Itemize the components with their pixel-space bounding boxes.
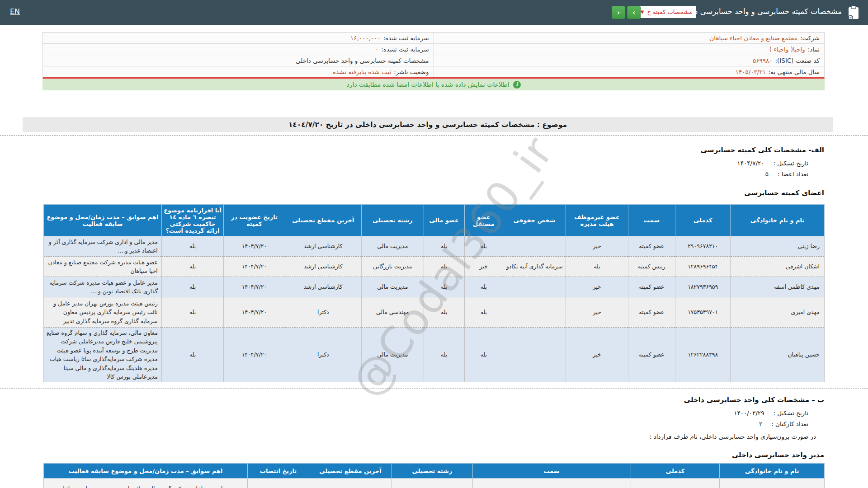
chevron-right-icon: ›: [632, 9, 635, 17]
col-header-degree: آخرین مقطع تحصیلی: [309, 464, 392, 479]
member-field: مدیریت بازرگانی: [362, 257, 424, 277]
member-independent: بله: [464, 328, 503, 382]
member-non-exec: خیر: [566, 277, 628, 297]
member-national-id: ۱۲۸۹۶۹۶۴۵۴: [675, 257, 731, 277]
col-header-position: سمت: [472, 464, 631, 479]
formation-date-value: ۱۴۰۴/۷/۲۰: [737, 160, 764, 167]
symbol-value: واحیا( واحیاء ): [769, 46, 805, 53]
internal-audit-manager-table: نام و نام خانوادگی کدملی سمت رشته تحصیلی…: [43, 463, 825, 488]
member-row: رضا زینی ۲۹۰۹۶۷۸۲۱۰ عضو کمیته خیر بله بل…: [44, 236, 825, 257]
member-position: عضو کمیته: [628, 236, 675, 257]
member-declaration: بله: [161, 328, 223, 382]
member-legal-entity: [503, 277, 566, 297]
info-row: کد صنعت (ISIC):۵۶۹۹۸۰ مشخصات کمیته حسابر…: [43, 55, 824, 66]
member-national-id: ۲۹۰۹۶۷۸۲۱۰: [675, 236, 731, 257]
members-count-value: ۵: [765, 170, 769, 178]
manager-position: [472, 479, 631, 488]
page-title: مشخصات کمیته حسابرسی و واحد حسابرسی داخل…: [679, 7, 842, 16]
manager-appointment-date: ۱۴۰۲/۱/۱: [248, 479, 309, 488]
col-header-independent: عضو مستقل: [464, 205, 503, 236]
member-membership-date: ۱۴۰۴/۷/۲۰: [224, 236, 285, 257]
member-name: رضا زینی: [731, 236, 825, 257]
page: EN مشخصات کمیته حسابرسی و واحد حسابرسی د…: [0, 0, 868, 488]
member-row: اشکان اشرفی ۱۲۸۹۶۹۶۴۵۴ رییس کمیته بله سر…: [44, 257, 825, 277]
member-legal-entity: [503, 328, 566, 382]
member-declaration: بله: [161, 236, 223, 257]
clipboard-icon: [847, 5, 860, 20]
report-type-dropdown-value: مشخصات کمیته ح: [647, 9, 692, 15]
dashed-separator: [0, 136, 868, 136]
staff-count-label: تعداد کارکنان :: [771, 420, 808, 427]
member-declaration: بله: [161, 297, 223, 328]
col-header-position: سمت: [628, 205, 675, 236]
manager-national-id: [631, 479, 720, 488]
info-row: شرکت:مجتمع صنایع و معادن احیاء سپاهان سر…: [43, 33, 824, 44]
language-en-link[interactable]: EN: [10, 7, 20, 16]
members-count: تعداد اعضا :۵: [765, 170, 808, 178]
manager-field: حسابداری: [392, 479, 473, 488]
col-header-legal-entity: شخص حقوقی: [503, 205, 566, 236]
member-name: مهدی امیری: [731, 297, 825, 328]
col-header-national-id: کدملی: [675, 205, 731, 236]
member-non-exec: خیر: [566, 297, 628, 328]
nav-next-button[interactable]: ›: [627, 6, 641, 19]
staff-count-value: ۲: [759, 420, 762, 427]
manager-row: حسابداری کارشناسی ارشد ۱۴۰۲/۱/۱ مدیر حسا…: [44, 479, 825, 488]
audit-committee-members-table: نام و نام خانوادگی کدملی سمت عضو غیرموظف…: [43, 204, 825, 382]
member-experience: مدیر مالی و اداری شرکت سرمایه گذاری آذر …: [44, 236, 162, 257]
member-non-exec: خیر: [566, 328, 628, 382]
member-legal-entity: [503, 297, 566, 328]
nav-prev-button[interactable]: ‹: [612, 6, 625, 19]
member-financial: بله: [424, 297, 464, 328]
report-name-label: مشخصات کمیته حسابرسی و واحد حسابرسی داخل…: [296, 57, 429, 64]
member-experience: عضو هیات مدیره شرکت مجتمع صنایع و معادن …: [44, 257, 162, 277]
member-independent: بله: [464, 297, 503, 328]
dashed-separator: [0, 389, 868, 389]
isic-value: ۵۶۹۹۸۰: [753, 57, 773, 64]
top-bar: EN مشخصات کمیته حسابرسی و واحد حسابرسی د…: [0, 0, 868, 25]
staff-count: تعداد کارکنان :۲: [759, 420, 808, 427]
section-b-title: ب – مشخصات کلی واحد حسابرسی داخلی: [684, 396, 824, 404]
member-legal-entity: سرمایه گذاری آتیه تکادو: [503, 257, 566, 277]
outsourcing-note: در صورت برون‌سپاری واحد حسابرسی داخلی، ن…: [650, 433, 816, 440]
member-field: مهندسی مالی: [362, 297, 424, 328]
signed-info-banner: i اطلاعات نمایش داده شده با اطلاعات امضا…: [42, 79, 825, 90]
info-icon: i: [513, 81, 521, 89]
members-table-title: اعضای کمیته حسابرسی: [744, 189, 824, 197]
member-position: رییس کمیته: [628, 257, 675, 277]
member-degree: کارشناسی ارشد: [285, 236, 361, 257]
members-count-label: تعداد اعضا :: [778, 170, 808, 178]
unit-formation-date-label: تاریخ تشکیل :: [773, 409, 808, 417]
col-header-appointment-date: تاریخ انتصاب: [248, 464, 309, 479]
member-declaration: بله: [161, 257, 223, 277]
member-legal-entity: [503, 236, 566, 257]
member-row: مهدی امیری ۱۷۵۳۵۴۹۷۰۱ عضو کمیته خیر بله …: [44, 297, 825, 328]
manager-table-title: مدیر واحد حسابرسی داخلی: [732, 451, 824, 459]
isic-label: کد صنعت (ISIC):: [775, 57, 820, 64]
member-position: عضو کمیته: [628, 297, 675, 328]
unregistered-capital-label: سرمایه ثبت نشده:: [381, 46, 429, 53]
col-header-membership-date: تاریخ عضویت در کمیته: [224, 205, 285, 236]
report-type-dropdown[interactable]: مشخصات کمیته ح ▼: [637, 6, 696, 18]
company-info-table: شرکت:مجتمع صنایع و معادن احیاء سپاهان سر…: [42, 32, 825, 79]
member-degree: کارشناسی ارشد: [285, 277, 361, 297]
member-financial: بله: [424, 277, 464, 297]
member-name: مهدی کاظمی اسفه: [731, 277, 825, 297]
member-name: حسین پناهیان: [731, 328, 825, 382]
subject-bar: موضوع : مشخصات کمیته حسابرسی و واحد حساب…: [23, 117, 833, 132]
member-position: عضو کمیته: [628, 328, 675, 382]
member-independent: بله: [464, 236, 503, 257]
col-header-experience: اهم سوابق – مدت زمان/محل و موضوع سابقه ف…: [44, 464, 248, 479]
unit-formation-date: تاریخ تشکیل :۱۴۰۰/۰۳/۲۹: [734, 409, 808, 417]
member-national-id: ۱۷۵۳۵۴۹۷۰۱: [675, 297, 731, 328]
col-header-name: نام و نام خانوادگی: [731, 205, 825, 236]
fiscal-year-value: ۱۴۰۵/۰۳/۳۱: [736, 68, 766, 75]
member-financial: بله: [424, 328, 464, 382]
registered-capital-value: ۱۶,۰۰۰,۰۰۰: [350, 34, 381, 42]
col-header-name: نام و نام خانوادگی: [720, 464, 825, 479]
member-national-id: ۱۲۶۲۲۸۸۳۹۸: [675, 328, 731, 382]
member-field: مدیریت مالی: [362, 277, 424, 297]
col-header-financial: عضو مالی: [424, 205, 464, 236]
committee-formation-date: تاریخ تشکیل :۱۴۰۴/۷/۲۰: [737, 160, 808, 167]
member-declaration: بله: [161, 277, 223, 297]
